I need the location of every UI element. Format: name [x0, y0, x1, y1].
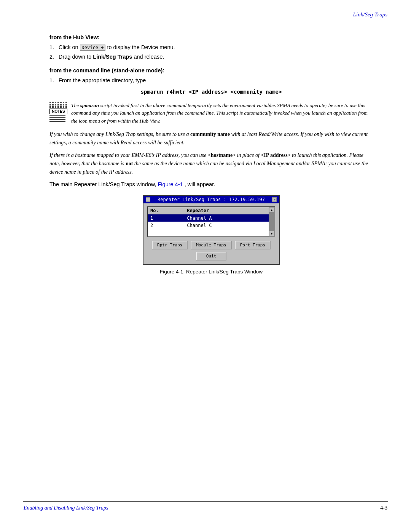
step1-prefix-text: Click on: [59, 44, 78, 50]
window-titlebar: Repeater Link/Seg Traps : 172.19.59.197 …: [143, 196, 279, 203]
scrollbar[interactable]: ▲ ▼: [269, 207, 274, 236]
table-header-row: No. Repeater: [148, 207, 269, 214]
dot: [52, 102, 54, 103]
hub-view-step-2: 2. Drag down to Link/Seg Traps and relea…: [49, 54, 373, 60]
row1-no: 1: [148, 214, 185, 222]
repeater-table-wrapper: No. Repeater 1 Channel A 2: [147, 206, 275, 237]
footer-left-label: Enabling and Disabling Link/Seg Traps: [24, 505, 108, 511]
footer-rule: [23, 501, 388, 502]
hub-view-steps: 1. Click on Device ÷ to display the Devi…: [49, 44, 373, 60]
module-traps-button[interactable]: Module Traps: [191, 241, 231, 249]
port-traps-button[interactable]: Port Traps: [235, 241, 271, 249]
notes-lines: [49, 115, 67, 123]
window-title: Repeater Link/Seg Traps : 172.19.59.197: [158, 197, 265, 202]
dot: [65, 106, 67, 108]
figure-caption: Figure 4-1. Repeater Link/Seg Traps Wind…: [49, 269, 373, 275]
italic-para-1: If you wish to change any Link/Seg Trap …: [49, 130, 373, 147]
cmd-step-1: 1. From the appropriate directory, type: [49, 77, 373, 83]
line: [49, 117, 65, 118]
line: [49, 119, 65, 120]
step1-suffix-text: to display the Device menu.: [107, 44, 175, 50]
notes-text: The spmarun script invoked first in the …: [71, 102, 373, 125]
notes-container: NOTES The spmarun script invoked first i…: [49, 102, 373, 125]
dot: [63, 104, 64, 105]
notes-label: NOTES: [49, 109, 67, 114]
dot: [55, 102, 56, 103]
notes-text-intro: The: [71, 102, 80, 108]
italic-para-2: If there is a hostname mapped to your EM…: [49, 151, 373, 176]
step2-bold: Link/Seg Traps: [93, 54, 132, 60]
main-paragraph: The main Repeater Link/Seg Traps window,…: [49, 181, 373, 189]
stamp-dots: [49, 102, 67, 108]
quit-row: Quit: [147, 252, 275, 260]
repeater-table: No. Repeater 1 Channel A 2: [148, 207, 269, 236]
notes-icon-area: NOTES: [49, 102, 67, 123]
main-para-text: The main Repeater Link/Seg Traps window,: [49, 181, 156, 187]
footer-right-label: 4-3: [380, 505, 387, 511]
dot: [49, 102, 51, 103]
window-container: Repeater Link/Seg Traps : 172.19.59.197 …: [49, 195, 373, 265]
table-row[interactable]: 1 Channel A: [148, 214, 269, 222]
window-frame: Repeater Link/Seg Traps : 172.19.59.197 …: [143, 195, 280, 265]
dot: [63, 106, 64, 108]
line: [49, 115, 65, 116]
dot: [65, 102, 67, 103]
table-row[interactable]: 2 Channel C: [148, 222, 269, 229]
notes-stamp: NOTES: [49, 102, 67, 123]
table-row-empty: [148, 229, 269, 236]
window-close-area: [146, 197, 150, 202]
quit-button[interactable]: Quit: [196, 252, 226, 260]
dot: [60, 104, 62, 105]
dot: [49, 106, 51, 108]
header-title: Link/Seg Traps: [353, 11, 387, 18]
command-block: spmarun r4hwtr <IP address> <community n…: [49, 89, 373, 95]
dot: [55, 106, 56, 108]
dot: [57, 104, 59, 105]
dot: [57, 106, 59, 108]
dot: [52, 104, 54, 105]
dot: [63, 102, 64, 103]
col-repeater-header: Repeater: [185, 207, 268, 214]
notes-text-body: script invoked first in the above comman…: [71, 102, 368, 124]
step2-prefix: Drag down to: [59, 54, 91, 60]
dot: [60, 106, 62, 108]
command-line-heading: from the command line (stand-alone mode)…: [49, 67, 373, 73]
cmd-step1-text: From the appropriate directory, type: [59, 77, 373, 83]
main-content: from the Hub View: 1. Click on Device ÷ …: [49, 27, 373, 282]
scroll-up-button[interactable]: ▲: [269, 207, 274, 212]
device-button[interactable]: Device ÷: [80, 45, 106, 51]
dot: [55, 104, 56, 105]
row1-name: Channel A: [185, 214, 268, 222]
cmd-steps: 1. From the appropriate directory, type: [49, 77, 373, 83]
hub-view-heading: from the Hub View:: [49, 34, 373, 40]
dot: [60, 102, 62, 103]
scroll-track: [269, 212, 274, 231]
page-container: Link/Seg Traps from the Hub View: 1. Cli…: [0, 0, 411, 532]
line: [49, 121, 65, 122]
row2-name: Channel C: [185, 222, 268, 229]
dot: [52, 106, 54, 108]
rptr-traps-button[interactable]: Rptr Traps: [152, 241, 188, 249]
dot: [65, 104, 67, 105]
hub-view-step-1: 1. Click on Device ÷ to display the Devi…: [49, 44, 373, 51]
dot: [49, 104, 51, 105]
window-content: No. Repeater 1 Channel A 2: [143, 203, 279, 264]
step2-suffix: and release.: [134, 54, 164, 60]
trap-buttons-row: Rptr Traps Module Traps Port Traps: [147, 241, 275, 249]
dot: [57, 102, 59, 103]
figure-link[interactable]: Figure 4-1: [158, 181, 183, 187]
main-para-suffix: , will appear.: [185, 181, 215, 187]
spmarun-bold: spmarun: [80, 102, 99, 108]
row2-no: 2: [148, 222, 185, 229]
col-no-header: No.: [148, 207, 185, 214]
header-rule: [23, 20, 388, 20]
window-resize-area: r: [272, 197, 277, 202]
scroll-down-button[interactable]: ▼: [269, 231, 274, 236]
